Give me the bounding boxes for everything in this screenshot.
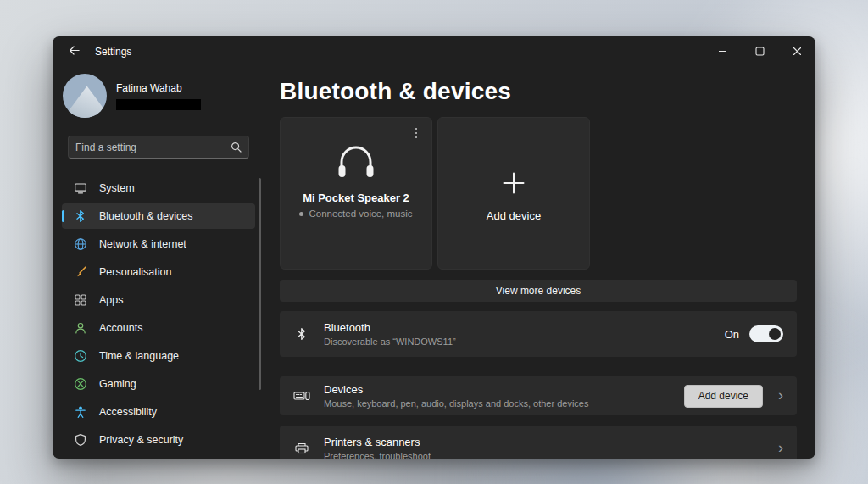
apps-icon [73, 293, 87, 308]
close-button[interactable] [778, 36, 815, 67]
close-icon [793, 44, 802, 59]
sidebar-item-personalisation[interactable]: Personalisation [62, 259, 255, 285]
view-more-devices-label: View more devices [496, 285, 581, 297]
devices-icon [293, 389, 310, 403]
bluetooth-icon [293, 327, 310, 341]
printers-row-text: Printers & scanners Preferences, trouble… [324, 436, 431, 459]
sidebar: Fatima Wahab System [53, 67, 264, 459]
status-dot-icon [299, 212, 303, 216]
sidebar-scrollbar[interactable] [259, 178, 261, 390]
title-bar: Settings [53, 36, 815, 67]
bluetooth-icon [73, 209, 87, 224]
printers-scanners-row[interactable]: Printers & scanners Preferences, trouble… [280, 426, 797, 459]
sidebar-item-accounts[interactable]: Accounts [62, 315, 255, 341]
toggle-knob [769, 328, 781, 340]
sidebar-item-time-language[interactable]: Time & language [62, 343, 255, 369]
back-button[interactable] [59, 41, 88, 63]
sidebar-item-label: System [99, 182, 135, 194]
search-input[interactable] [69, 142, 231, 153]
search-box [68, 136, 249, 159]
more-options-button[interactable] [409, 125, 424, 142]
shield-icon [73, 433, 87, 448]
add-device-button[interactable]: Add device [684, 385, 763, 408]
add-device-card-label: Add device [487, 209, 541, 222]
sidebar-item-label: Privacy & security [99, 434, 183, 446]
search-icon[interactable] [231, 142, 242, 153]
device-card: Mi Pocket Speaker 2 Connected voice, mus… [280, 117, 432, 270]
sidebar-item-label: Accounts [99, 322, 142, 334]
devices-row-subtitle: Mouse, keyboard, pen, audio, displays an… [324, 398, 588, 409]
sidebar-item-label: Network & internet [99, 238, 186, 250]
personalisation-icon [73, 265, 87, 280]
sidebar-item-privacy-security[interactable]: Privacy & security [62, 427, 255, 453]
minimize-icon [718, 44, 727, 59]
device-status: Connected voice, music [299, 209, 412, 219]
sidebar-item-label: Personalisation [99, 266, 171, 278]
window-controls [704, 36, 815, 67]
page-title: Bluetooth & devices [280, 78, 797, 105]
window-title: Settings [95, 46, 131, 58]
printer-icon [293, 442, 310, 455]
maximize-button[interactable] [741, 36, 778, 67]
avatar [63, 74, 107, 118]
user-name: Fatima Wahab [116, 82, 201, 94]
sidebar-item-bluetooth-devices[interactable]: Bluetooth & devices [62, 203, 255, 229]
device-cards: Mi Pocket Speaker 2 Connected voice, mus… [280, 117, 797, 270]
sidebar-item-network-internet[interactable]: Network & internet [62, 231, 255, 257]
time-language-icon [73, 349, 87, 364]
profile-text: Fatima Wahab [116, 82, 201, 110]
bluetooth-toggle[interactable] [749, 325, 783, 342]
system-icon [73, 181, 87, 196]
desktop: Settings [0, 0, 868, 484]
maximize-icon [755, 44, 765, 59]
network-icon [73, 237, 87, 252]
sidebar-item-label: Bluetooth & devices [99, 210, 193, 222]
accessibility-icon [73, 405, 87, 420]
device-status-text: Connected voice, music [309, 209, 412, 219]
devices-row-title: Devices [324, 383, 588, 396]
printers-row-title: Printers & scanners [324, 436, 431, 448]
sidebar-item-label: Apps [99, 294, 124, 306]
view-more-devices-button[interactable]: View more devices [280, 280, 797, 302]
sidebar-item-system[interactable]: System [62, 175, 255, 201]
gaming-icon [73, 377, 87, 392]
device-name: Mi Pocket Speaker 2 [303, 192, 409, 204]
plus-icon [501, 170, 526, 196]
sidebar-item-label: Accessibility [99, 406, 157, 418]
sidebar-item-gaming[interactable]: Gaming [62, 371, 255, 397]
bluetooth-row: Bluetooth Discoverable as “WINDOWS11” On [280, 311, 797, 357]
chevron-right-icon: › [778, 440, 783, 455]
devices-row-text: Devices Mouse, keyboard, pen, audio, dis… [324, 383, 588, 409]
devices-row[interactable]: Devices Mouse, keyboard, pen, audio, dis… [280, 376, 797, 415]
sidebar-item-accessibility[interactable]: Accessibility [62, 399, 255, 425]
headphones-icon [334, 143, 378, 181]
printers-row-subtitle: Preferences, troubleshoot [324, 451, 431, 459]
bluetooth-row-subtitle: Discoverable as “WINDOWS11” [324, 337, 456, 347]
chevron-right-icon: › [778, 387, 783, 403]
settings-window: Settings [53, 36, 815, 459]
redacted-email [116, 99, 201, 110]
user-profile[interactable]: Fatima Wahab [63, 74, 201, 118]
sidebar-item-label: Time & language [99, 350, 179, 362]
bluetooth-row-title: Bluetooth [324, 321, 456, 334]
more-options-icon [415, 128, 418, 131]
accounts-icon [73, 321, 87, 336]
add-device-card[interactable]: Add device [437, 117, 590, 270]
sidebar-item-label: Gaming [99, 378, 136, 390]
sidebar-nav: System Bluetooth & devices Network & int… [62, 175, 255, 455]
main-content: Bluetooth & devices Mi Pocket Speaker 2 … [280, 67, 797, 459]
toggle-state-label: On [725, 328, 739, 341]
bluetooth-row-text: Bluetooth Discoverable as “WINDOWS11” [324, 321, 456, 347]
minimize-button[interactable] [704, 36, 741, 67]
back-arrow-icon [68, 44, 81, 60]
sidebar-item-apps[interactable]: Apps [62, 287, 255, 313]
